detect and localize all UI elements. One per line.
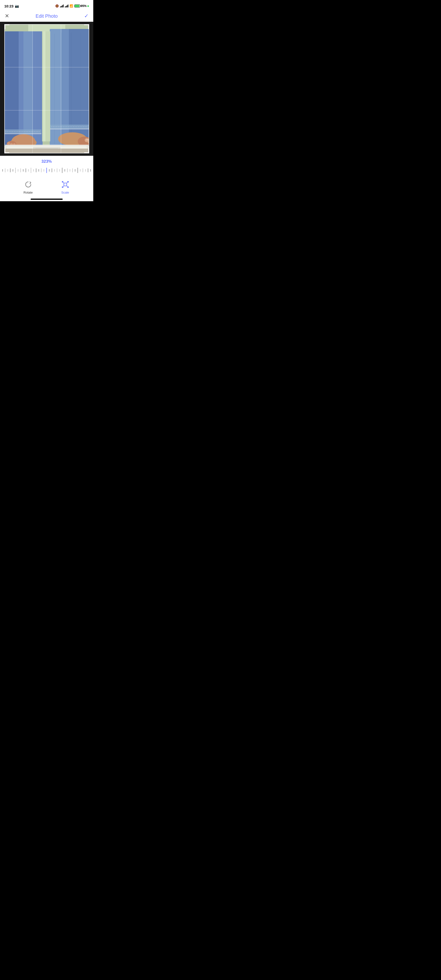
scale-percent-display: 323% [0,159,93,166]
ruler-tick [54,169,55,172]
ruler-tick [52,169,52,172]
ruler-tick [21,169,21,172]
wifi-icon: 📶 [70,4,73,8]
ruler-tick [36,169,36,172]
ruler-tick [78,168,78,173]
svg-rect-40 [4,145,89,145]
page-title: Edit Photo [36,13,58,19]
svg-rect-4 [4,31,19,153]
ruler-tick [8,169,8,172]
ruler-tick [60,169,60,172]
scale-label: Scale [61,191,69,194]
rotate-button[interactable]: Rotate [20,180,36,194]
ruler-tick [67,169,68,172]
mute-icon: 🔕 [55,4,59,8]
ruler-tick [80,169,81,172]
ruler-tick [44,169,44,172]
signal-bars-2 [65,5,68,7]
bottom-toolbar: 323% [0,156,93,201]
ruler-tick [83,169,83,172]
ruler-tick [23,169,24,172]
scale-ruler-container[interactable] [0,166,93,177]
ruler-tick [41,169,41,172]
scale-button[interactable]: Scale [57,180,74,194]
ruler-tick [10,169,11,172]
ruler-tick [57,169,57,172]
time-label: 10:23 [4,4,13,8]
ruler-tick [49,169,49,172]
ruler-tick [70,169,70,172]
header: ✕ Edit Photo ✓ [0,11,93,22]
confirm-button[interactable]: ✓ [84,13,89,19]
photo-area[interactable] [0,22,93,156]
svg-rect-41 [4,149,89,153]
ruler-ticks[interactable] [0,167,93,174]
rotate-icon [24,180,33,189]
svg-rect-20 [4,133,41,134]
rotate-label: Rotate [24,191,33,194]
svg-point-35 [86,139,89,141]
ruler-tick [13,169,13,172]
signal-bars-1 [60,5,63,7]
ruler-tick [15,168,16,173]
svg-point-28 [7,142,10,145]
photo-container[interactable] [4,24,89,153]
camera-icon: 📷 [15,4,19,8]
svg-rect-47 [64,183,67,186]
ruler-tick [88,169,88,172]
status-bar: 10:23 📷 🔕 📶 95% [0,0,93,11]
ruler-tick [62,168,62,173]
battery-dot [87,5,89,7]
ruler-tick [86,169,86,172]
photo-image [4,24,89,153]
ruler-tick [25,169,26,172]
ruler-tick [90,169,91,172]
tool-buttons-row: Rotate [0,177,93,197]
ruler-tick [2,169,3,172]
battery-percent: 95% [81,4,87,8]
svg-rect-18 [43,31,46,142]
ruler-tick [18,169,18,172]
ruler-tick [65,169,65,172]
scale-icon [60,180,70,189]
ruler-tick [38,169,39,172]
ruler-tick-active [46,168,47,173]
svg-rect-12 [50,29,62,153]
close-button[interactable]: ✕ [5,13,9,19]
status-time: 10:23 📷 [4,4,19,8]
home-bar [31,199,63,200]
scale-percent-value: 323% [41,159,52,164]
battery-icon [75,5,80,7]
ruler-tick [28,169,29,172]
ruler-tick [75,169,75,172]
ruler-tick [33,169,34,172]
ruler-tick [5,169,5,172]
ruler-tick [73,169,73,172]
battery-indicator: 95% [75,4,89,8]
home-indicator [0,197,93,201]
status-right: 🔕 📶 95% [55,4,89,8]
svg-rect-23 [50,129,89,129]
ruler-tick [31,168,31,173]
